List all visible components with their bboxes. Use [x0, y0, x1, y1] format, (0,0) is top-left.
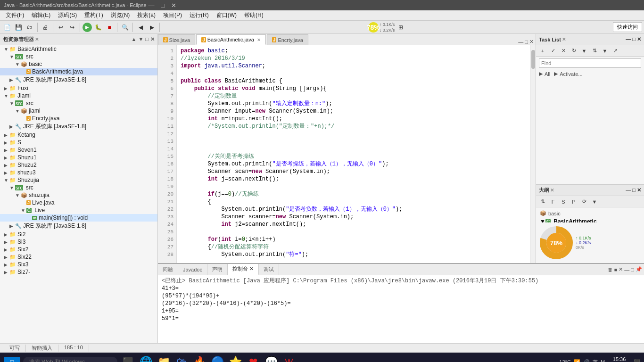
- tree-six3[interactable]: ▶ 📁 Six3: [0, 261, 157, 268]
- outline-hide-static[interactable]: S: [559, 197, 568, 206]
- tree-project-basicarithmetic[interactable]: ▼ 📁 BasicArithmetic: [0, 45, 157, 53]
- taskbar-explorer[interactable]: 📁: [156, 354, 171, 362]
- tree-jre-jiami[interactable]: ▶ 🔧 JRE 系统库 [JavaSE-1.8]: [0, 122, 157, 131]
- tree-class-live[interactable]: ▼ C Live: [0, 206, 157, 214]
- console-close[interactable]: ✕: [619, 266, 623, 272]
- tab-declaration[interactable]: 声明: [207, 264, 228, 275]
- task-sort[interactable]: ⇅: [590, 46, 599, 56]
- tree-pkg-shuzujia[interactable]: ▼ 📦 shuzujia: [0, 191, 157, 199]
- tree-ketang[interactable]: ▶ 📁 Ketang: [0, 131, 157, 139]
- next-button[interactable]: ▶: [147, 22, 157, 33]
- sidebar-max[interactable]: □: [145, 36, 149, 42]
- tree-si2[interactable]: ▶ 📁 Si2: [0, 230, 157, 238]
- taskbar-task-view[interactable]: ⬛: [120, 354, 135, 362]
- tree-src-jiami[interactable]: ▼ src src: [0, 99, 157, 107]
- tab-encrty-java[interactable]: J Encrty.java: [267, 34, 308, 45]
- save-all-button[interactable]: 🗂: [25, 22, 35, 33]
- taskbar-app5[interactable]: 💬: [264, 354, 279, 362]
- task-list-min[interactable]: —: [626, 36, 631, 42]
- tree-shuzu1[interactable]: ▶ 📁 Shuzu1: [0, 154, 157, 161]
- tree-six22[interactable]: ▶ 📁 Six22: [0, 253, 157, 261]
- task-filter[interactable]: ▼: [579, 46, 589, 56]
- menu-edit[interactable]: 编辑(E): [28, 10, 54, 20]
- outline-hide-fields[interactable]: F: [548, 197, 558, 206]
- tree-shuzu3[interactable]: ▶ 📁 shuzu3: [0, 169, 157, 176]
- outline-max[interactable]: □: [632, 187, 636, 193]
- maximize-button[interactable]: □: [159, 2, 167, 9]
- console-min[interactable]: —: [624, 267, 629, 272]
- new-button[interactable]: 📄: [2, 22, 12, 33]
- outline-hide-nonpublic[interactable]: P: [569, 197, 578, 206]
- tree-file-basicarithmetic-java[interactable]: J BasicArithmetic.java: [0, 68, 157, 75]
- tree-project-jiami[interactable]: ▼ 📁 Jiami: [0, 92, 157, 99]
- debug-button[interactable]: 🐛: [93, 22, 103, 33]
- menu-source[interactable]: 源码(S): [54, 10, 81, 20]
- taskbar-app3[interactable]: ⭐: [228, 354, 243, 362]
- run-button[interactable]: ▶: [83, 23, 92, 32]
- tree-seven1[interactable]: ▶ 📁 Seven1: [0, 146, 157, 154]
- tab-console[interactable]: 控制台 ✕: [228, 264, 259, 275]
- sidebar-close2[interactable]: ✕: [150, 36, 155, 42]
- sidebar-menu[interactable]: ▼: [138, 36, 143, 42]
- tab-debug[interactable]: 调试: [259, 264, 279, 275]
- close-button[interactable]: ✕: [169, 2, 178, 9]
- tab-problems[interactable]: 问题: [158, 264, 178, 275]
- tree-jre-1[interactable]: ▶ 🔧 JRE 系统库 [JavaSE-1.8]: [0, 75, 157, 84]
- taskbar-store[interactable]: 🛍: [174, 354, 189, 362]
- sidebar-close[interactable]: ✕: [35, 37, 39, 42]
- tab-javadoc[interactable]: Javadoc: [178, 264, 207, 275]
- prev-button[interactable]: ◀: [135, 22, 146, 33]
- menu-window[interactable]: 窗口(W): [213, 10, 240, 20]
- perspective-button[interactable]: ⊞: [396, 22, 406, 33]
- minimize-button[interactable]: —: [147, 2, 157, 9]
- tree-s[interactable]: ▶ 📁 S: [0, 139, 157, 146]
- outline-close[interactable]: ✕: [637, 187, 641, 193]
- code-editor[interactable]: 1 2 3 4 5 6 7 8 9 10 11 12 13 14: [158, 45, 536, 263]
- console-terminate[interactable]: ■: [614, 267, 618, 272]
- tab-min[interactable]: —: [518, 39, 523, 45]
- tree-src-shuzujia[interactable]: ▼ src src: [0, 184, 157, 191]
- task-refresh[interactable]: ↻: [569, 46, 578, 56]
- stop-button[interactable]: ■: [104, 22, 115, 33]
- search-button[interactable]: 🔍: [120, 22, 130, 33]
- task-find-all[interactable]: All: [545, 71, 550, 77]
- tree-src-basicarithmetic[interactable]: ▼ src src: [0, 53, 157, 60]
- quick-access-input[interactable]: 快速访问: [613, 22, 642, 32]
- menu-file[interactable]: 文件(F): [2, 10, 28, 20]
- print-button[interactable]: 🖨: [40, 22, 50, 33]
- menu-browse[interactable]: 浏览(N): [107, 10, 134, 20]
- sidebar-collapse[interactable]: ▲: [132, 36, 137, 42]
- undo-button[interactable]: ↩: [56, 22, 66, 33]
- taskbar-app4[interactable]: ❤: [246, 354, 261, 362]
- menu-project[interactable]: 项目(P): [159, 10, 186, 20]
- tree-pkg-jiami[interactable]: ▼ 📦 jiami: [0, 107, 157, 115]
- task-collapse[interactable]: ▼: [600, 46, 610, 56]
- outline-sort[interactable]: ⇅: [538, 197, 547, 206]
- taskbar-search[interactable]: [23, 357, 117, 362]
- tree-six2[interactable]: ▶ 📁 Six2: [0, 246, 157, 253]
- menu-help[interactable]: 帮助(H): [240, 10, 267, 20]
- console-pin[interactable]: 📌: [636, 266, 642, 272]
- outline-min[interactable]: —: [626, 187, 631, 193]
- tab-basicarithmetic-java[interactable]: J BasicArithmetic.java ✕: [196, 34, 266, 45]
- task-list-close[interactable]: ✕: [637, 36, 641, 42]
- outline-collapse[interactable]: ▼: [590, 197, 599, 206]
- tree-shuzujia[interactable]: ▼ 📁 Shuzujia: [0, 176, 157, 184]
- save-button[interactable]: 💾: [13, 22, 24, 33]
- tray-notifications[interactable]: ⬛: [634, 359, 640, 362]
- tab-max[interactable]: □: [525, 39, 528, 45]
- tree-file-encrty[interactable]: J Encrty.java: [0, 115, 157, 122]
- taskbar-app2[interactable]: 🔵: [210, 354, 225, 362]
- redo-button[interactable]: ↪: [67, 22, 77, 33]
- taskbar-edge[interactable]: 🌐: [138, 354, 153, 362]
- code-content[interactable]: package basic; //lyzekun 2016/3/19 impor…: [177, 45, 530, 263]
- task-search-area[interactable]: [539, 58, 641, 68]
- menu-refactor[interactable]: 重构(T): [81, 10, 107, 20]
- tree-file-live[interactable]: J Live.java: [0, 199, 157, 206]
- console-max[interactable]: □: [631, 267, 634, 272]
- tree-project-fuxi[interactable]: ▶ 📁 Fuxi: [0, 84, 157, 92]
- task-export[interactable]: ↗: [611, 46, 620, 56]
- outline-pkg-basic[interactable]: 📦 basic: [538, 209, 642, 217]
- outline-class-basicarithmetic[interactable]: ▼ C BasicArithmetic: [538, 217, 642, 222]
- start-button[interactable]: ⊞: [4, 357, 20, 362]
